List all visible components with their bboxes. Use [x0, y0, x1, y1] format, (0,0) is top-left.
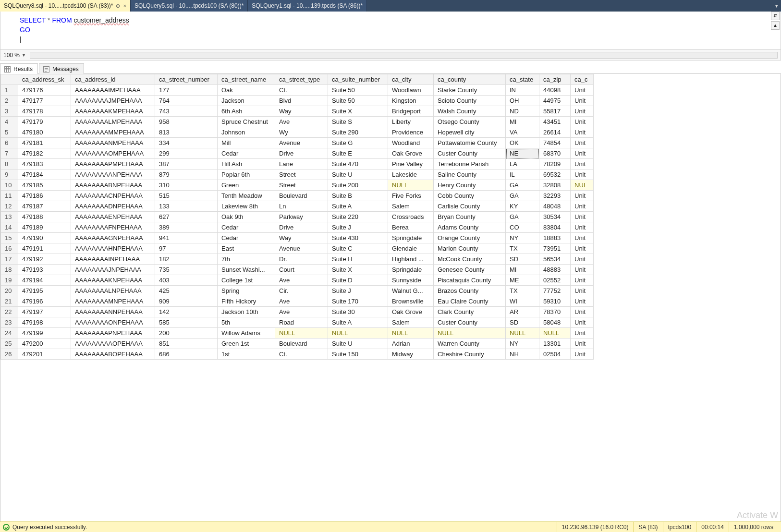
cell-ca_address_id[interactable]: AAAAAAAAONPEHAAA	[71, 317, 155, 328]
cell-ca_state[interactable]: NH	[506, 349, 539, 360]
cell-ca_street_type[interactable]: Cir.	[275, 286, 328, 296]
cell-ca_street_type[interactable]: Street	[275, 180, 328, 191]
pin-icon[interactable]: ⊕	[116, 3, 120, 9]
cell-ca_state[interactable]: WI	[506, 296, 539, 307]
table-row[interactable]: 5479180AAAAAAAAMMPEHAAA813JohnsonWySuite…	[1, 127, 594, 138]
cell-ca_street_type[interactable]: Ave	[275, 307, 328, 317]
row-number-cell[interactable]: 14	[1, 222, 18, 233]
cell-ca_state[interactable]: LA	[506, 159, 539, 169]
cell-ca_state[interactable]: MI	[506, 265, 539, 275]
cell-ca_street_number[interactable]: 403	[155, 275, 218, 286]
table-row[interactable]: 18479193AAAAAAAAJNPEHAAA735Sunset Washi.…	[1, 265, 594, 275]
cell-ca_country_trunc[interactable]: Unit	[571, 296, 594, 307]
cell-ca_address_sk[interactable]: 479187	[18, 201, 71, 212]
cell-ca_suite_number[interactable]: Suite 150	[328, 349, 388, 360]
cell-ca_address_id[interactable]: AAAAAAAAJMPEHAAA	[71, 96, 155, 106]
cell-ca_county[interactable]: Custer County	[434, 148, 506, 159]
cell-ca_city[interactable]: Oak Grove	[388, 148, 434, 159]
row-number-cell[interactable]: 15	[1, 233, 18, 243]
cell-ca_zip[interactable]: 44098	[539, 85, 571, 96]
cell-ca_street_name[interactable]: Oak 9th	[218, 212, 275, 222]
cell-ca_country_trunc[interactable]: Unit	[571, 159, 594, 169]
cell-ca_country_trunc[interactable]: Unit	[571, 138, 594, 148]
editor-line[interactable]: GO	[20, 25, 774, 35]
cell-ca_suite_number[interactable]: Suite A	[328, 317, 388, 328]
cell-ca_street_type[interactable]: Way	[275, 233, 328, 243]
cell-ca_county[interactable]: Genesee County	[434, 265, 506, 275]
cell-ca_street_name[interactable]: East	[218, 243, 275, 254]
cell-ca_address_sk[interactable]: 479198	[18, 317, 71, 328]
cell-ca_zip[interactable]: NULL	[539, 328, 571, 339]
cell-ca_street_type[interactable]: Avenue	[275, 243, 328, 254]
cell-ca_zip[interactable]: 83804	[539, 222, 571, 233]
cell-ca_street_number[interactable]: 813	[155, 127, 218, 138]
row-number-cell[interactable]: 18	[1, 265, 18, 275]
cell-ca_county[interactable]: Brazos County	[434, 286, 506, 296]
cell-ca_address_sk[interactable]: 479196	[18, 296, 71, 307]
cell-ca_country_trunc[interactable]: Unit	[571, 212, 594, 222]
cell-ca_street_type[interactable]: Ave	[275, 117, 328, 127]
cell-ca_city[interactable]: Crossroads	[388, 212, 434, 222]
cell-ca_street_name[interactable]: 1st	[218, 349, 275, 360]
cell-ca_street_name[interactable]: Hill Ash	[218, 159, 275, 169]
cell-ca_address_sk[interactable]: 479186	[18, 191, 71, 201]
cell-ca_address_sk[interactable]: 479178	[18, 106, 71, 117]
cell-ca_suite_number[interactable]: Suite H	[328, 254, 388, 265]
cell-ca_address_sk[interactable]: 479182	[18, 148, 71, 159]
cell-ca_country_trunc[interactable]: Unit	[571, 286, 594, 296]
cell-ca_street_type[interactable]: Ave	[275, 296, 328, 307]
cell-ca_county[interactable]: Pottawatomie County	[434, 138, 506, 148]
cell-ca_address_sk[interactable]: 479193	[18, 265, 71, 275]
table-row[interactable]: 2479177AAAAAAAAJMPEHAAA764JacksonBlvdSui…	[1, 96, 594, 106]
cell-ca_address_id[interactable]: AAAAAAAAINPEHAAA	[71, 254, 155, 265]
cell-ca_county[interactable]: Marion County	[434, 243, 506, 254]
table-row[interactable]: 6479181AAAAAAAANMPEHAAA334MillAvenueSuit…	[1, 138, 594, 148]
cell-ca_suite_number[interactable]: Suite C	[328, 243, 388, 254]
cell-ca_street_type[interactable]: Ln	[275, 201, 328, 212]
cell-ca_address_id[interactable]: AAAAAAAABNPEHAAA	[71, 180, 155, 191]
cell-ca_street_name[interactable]: Spruce Chestnut	[218, 117, 275, 127]
cell-ca_country_trunc[interactable]: Unit	[571, 339, 594, 349]
cell-ca_zip[interactable]: 73951	[539, 243, 571, 254]
cell-ca_suite_number[interactable]: Suite E	[328, 148, 388, 159]
tab-bar-overflow[interactable]: ▾	[775, 0, 781, 12]
cell-ca_street_number[interactable]: 585	[155, 317, 218, 328]
cell-ca_county[interactable]: Cheshire County	[434, 349, 506, 360]
cell-ca_zip[interactable]: 44975	[539, 96, 571, 106]
cell-ca_country_trunc[interactable]: NUI	[571, 180, 594, 191]
cell-ca_city[interactable]: Salem	[388, 201, 434, 212]
cell-ca_address_id[interactable]: AAAAAAAAENPEHAAA	[71, 212, 155, 222]
cell-ca_state[interactable]: CO	[506, 222, 539, 233]
cell-ca_street_type[interactable]: Drive	[275, 222, 328, 233]
cell-ca_city[interactable]: Salem	[388, 317, 434, 328]
cell-ca_state[interactable]: NY	[506, 233, 539, 243]
table-row[interactable]: 7479182AAAAAAAAOMPEHAAA299CedarDriveSuit…	[1, 148, 594, 159]
table-row[interactable]: 3479178AAAAAAAAKMPEHAAA7436th AshWaySuit…	[1, 106, 594, 117]
cell-ca_street_type[interactable]: Boulevard	[275, 339, 328, 349]
cell-ca_street_number[interactable]: 743	[155, 106, 218, 117]
cell-ca_city[interactable]: Springdale	[388, 233, 434, 243]
row-number-cell[interactable]: 17	[1, 254, 18, 265]
cell-ca_street_number[interactable]: 389	[155, 222, 218, 233]
cell-ca_city[interactable]: Kingston	[388, 96, 434, 106]
cell-ca_country_trunc[interactable]: Unit	[571, 307, 594, 317]
cell-ca_address_id[interactable]: AAAAAAAAJNPEHAAA	[71, 265, 155, 275]
table-row[interactable]: 11479186AAAAAAAACNPEHAAA515Tenth MeadowB…	[1, 191, 594, 201]
table-row[interactable]: 26479201AAAAAAAABOPEHAAA6861stCt.Suite 1…	[1, 349, 594, 360]
cell-ca_suite_number[interactable]: Suite G	[328, 138, 388, 148]
cell-ca_zip[interactable]: 02504	[539, 349, 571, 360]
cell-ca_street_name[interactable]: Spring	[218, 286, 275, 296]
table-row[interactable]: 17479192AAAAAAAAINPEHAAA1827thDr.Suite H…	[1, 254, 594, 265]
cell-ca_county[interactable]: NULL	[434, 328, 506, 339]
cell-ca_suite_number[interactable]: Suite S	[328, 117, 388, 127]
cell-ca_street_name[interactable]: 5th	[218, 317, 275, 328]
cell-ca_street_number[interactable]: 200	[155, 328, 218, 339]
cell-ca_street_type[interactable]: Court	[275, 265, 328, 275]
table-row[interactable]: 8479183AAAAAAAAPMPEHAAA387Hill AshLaneSu…	[1, 159, 594, 169]
cell-ca_street_number[interactable]: 735	[155, 265, 218, 275]
cell-ca_state[interactable]: KY	[506, 201, 539, 212]
cell-ca_county[interactable]: Otsego County	[434, 117, 506, 127]
cell-ca_city[interactable]: NULL	[388, 328, 434, 339]
cell-ca_city[interactable]: NULL	[388, 180, 434, 191]
cell-ca_suite_number[interactable]: Suite J	[328, 286, 388, 296]
